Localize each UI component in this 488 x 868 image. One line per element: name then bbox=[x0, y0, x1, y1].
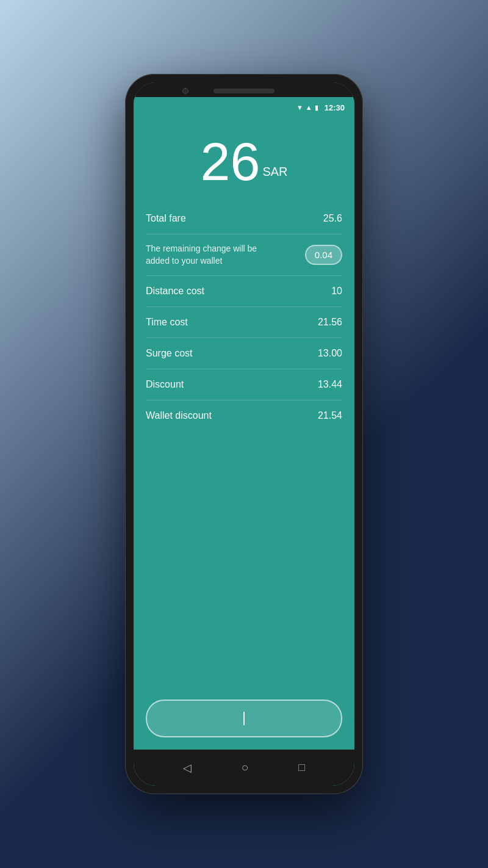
total-fare-row: Total fare 25.6 bbox=[146, 203, 342, 234]
action-button[interactable] bbox=[146, 700, 342, 737]
total-fare-label: Total fare bbox=[146, 213, 186, 224]
speaker bbox=[214, 89, 274, 93]
battery-icon: ▮ bbox=[315, 104, 318, 112]
distance-cost-value: 10 bbox=[331, 286, 342, 297]
phone-device: ▼ ▲ ▮ 12:30 26 SAR Total fare 25.6 bbox=[125, 74, 363, 794]
surge-cost-row: Surge cost 13.00 bbox=[146, 338, 342, 369]
recents-button[interactable] bbox=[292, 759, 311, 776]
amount-currency: SAR bbox=[262, 165, 287, 189]
fare-section: Total fare 25.6 The remaining change wil… bbox=[134, 203, 354, 690]
amount-section: 26 SAR bbox=[134, 117, 354, 203]
change-badge: 0.04 bbox=[305, 245, 342, 265]
phone-screen: ▼ ▲ ▮ 12:30 26 SAR Total fare 25.6 bbox=[134, 82, 354, 786]
surge-cost-label: Surge cost bbox=[146, 348, 192, 359]
status-icons: ▼ ▲ ▮ bbox=[296, 104, 318, 112]
discount-value: 13.44 bbox=[318, 379, 342, 390]
wallet-discount-row: Wallet discount 21.54 bbox=[146, 400, 342, 431]
navigation-bar bbox=[134, 750, 354, 786]
status-time: 12:30 bbox=[325, 103, 345, 112]
signal-icon: ▲ bbox=[306, 104, 312, 111]
distance-cost-row: Distance cost 10 bbox=[146, 276, 342, 307]
cursor-bar bbox=[243, 712, 245, 725]
discount-label: Discount bbox=[146, 379, 184, 390]
wifi-icon: ▼ bbox=[296, 104, 303, 111]
total-fare-value: 25.6 bbox=[323, 213, 342, 224]
time-cost-label: Time cost bbox=[146, 317, 188, 328]
home-button[interactable] bbox=[235, 758, 255, 777]
amount-number: 26 bbox=[200, 135, 260, 189]
time-cost-value: 21.56 bbox=[318, 317, 342, 328]
surge-cost-value: 13.00 bbox=[318, 348, 342, 359]
front-camera bbox=[182, 88, 188, 94]
time-cost-row: Time cost 21.56 bbox=[146, 307, 342, 338]
change-info-row: The remaining change will be added to yo… bbox=[146, 234, 342, 276]
change-info-text: The remaining change will be added to yo… bbox=[146, 243, 268, 267]
wallet-discount-label: Wallet discount bbox=[146, 410, 212, 421]
wallet-discount-value: 21.54 bbox=[318, 410, 342, 421]
status-bar: ▼ ▲ ▮ 12:30 bbox=[134, 97, 354, 117]
phone-top-hardware bbox=[134, 82, 354, 97]
screen-content: 26 SAR Total fare 25.6 The remaining cha… bbox=[134, 117, 354, 750]
back-button[interactable] bbox=[177, 759, 198, 777]
distance-cost-label: Distance cost bbox=[146, 286, 204, 297]
discount-row: Discount 13.44 bbox=[146, 369, 342, 400]
